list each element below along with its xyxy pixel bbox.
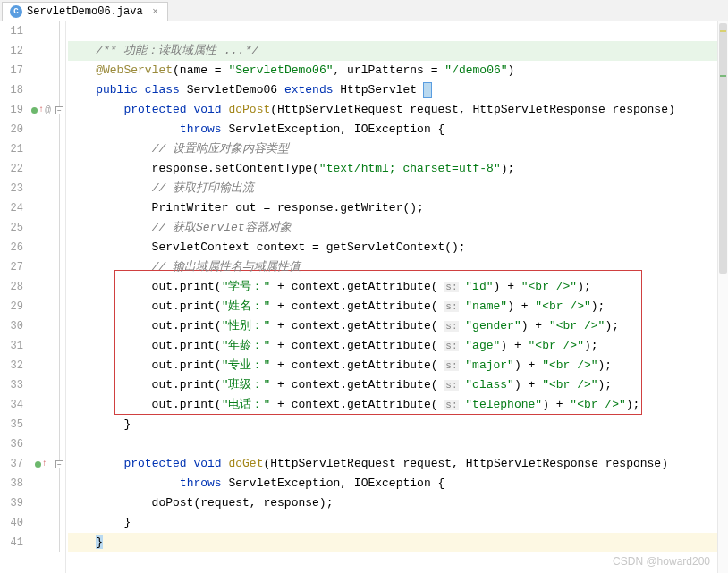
- code-line[interactable]: throws ServletException, IOException {: [68, 120, 728, 139]
- line-number: 30: [0, 316, 23, 336]
- fold-marker[interactable]: [54, 277, 65, 297]
- close-icon[interactable]: ×: [151, 7, 160, 16]
- code-line[interactable]: response.setContentType("text/html; char…: [68, 159, 728, 179]
- fold-marker[interactable]: [54, 238, 65, 257]
- line-number: 26: [0, 238, 23, 257]
- code-line[interactable]: // 输出域属性名与域属性值: [68, 257, 728, 277]
- fold-marker[interactable]: [54, 375, 65, 395]
- line-number: 11: [0, 21, 23, 41]
- gutter-marker: [29, 218, 54, 238]
- code-line[interactable]: protected void doGet(HttpServletRequest …: [68, 454, 728, 474]
- code-line[interactable]: [68, 21, 728, 41]
- code-line[interactable]: out.print("姓名：" + context.getAttribute( …: [68, 297, 728, 316]
- gutter-marker: [29, 533, 54, 552]
- gutter-marker: [29, 61, 54, 80]
- code-line[interactable]: @WebServlet(name = "ServletDemo06", urlP…: [68, 61, 728, 80]
- code-line[interactable]: out.print("专业：" + context.getAttribute( …: [68, 356, 728, 375]
- code-line[interactable]: doPost(request, response);: [68, 493, 728, 513]
- gutter-marker: [29, 80, 54, 100]
- vertical-scrollbar[interactable]: [717, 21, 728, 573]
- line-number-gutter: 1112171819202122232425262728293031323334…: [0, 21, 29, 573]
- fold-marker[interactable]: [54, 159, 65, 179]
- line-number: 18: [0, 80, 23, 100]
- code-line[interactable]: out.print("性别：" + context.getAttribute( …: [68, 316, 728, 336]
- fold-marker[interactable]: [54, 80, 65, 100]
- gutter-marker: [29, 41, 54, 61]
- gutter-marker: [29, 316, 54, 336]
- fold-marker[interactable]: [54, 41, 65, 61]
- code-line[interactable]: public class ServletDemo06 extends HttpS…: [68, 80, 728, 100]
- fold-marker[interactable]: [54, 21, 65, 41]
- watermark: CSDN @howard200: [613, 555, 710, 568]
- gutter-marker: [29, 395, 54, 415]
- gutter-marker: [29, 474, 54, 493]
- fold-marker[interactable]: −: [54, 454, 65, 474]
- fold-marker[interactable]: [54, 218, 65, 238]
- code-line[interactable]: protected void doPost(HttpServletRequest…: [68, 100, 728, 120]
- fold-marker[interactable]: [54, 297, 65, 316]
- gutter-marker: [29, 513, 54, 533]
- line-number: 28: [0, 277, 23, 297]
- gutter-marker: [29, 238, 54, 257]
- code-line[interactable]: // 获取Servlet容器对象: [68, 218, 728, 238]
- code-editor[interactable]: 1112171819202122232425262728293031323334…: [0, 21, 728, 573]
- tab-filename: ServletDemo06.java: [27, 5, 143, 18]
- code-line[interactable]: /** 功能：读取域属性 ...*/: [68, 41, 728, 61]
- code-line[interactable]: throws ServletException, IOException {: [68, 474, 728, 493]
- code-line[interactable]: ServletContext context = getServletConte…: [68, 238, 728, 257]
- fold-marker[interactable]: [54, 179, 65, 198]
- scrollbar-mark: [720, 30, 726, 32]
- scrollbar-mark: [720, 75, 726, 77]
- fold-marker[interactable]: [54, 513, 65, 533]
- fold-marker[interactable]: [54, 395, 65, 415]
- code-area[interactable]: /** 功能：读取域属性 ...*/ @WebServlet(name = "S…: [66, 21, 728, 573]
- fold-marker[interactable]: [54, 198, 65, 218]
- line-number: 34: [0, 395, 23, 415]
- code-line[interactable]: out.print("班级：" + context.getAttribute( …: [68, 375, 728, 395]
- line-number: 39: [0, 493, 23, 513]
- line-number: 22: [0, 159, 23, 179]
- fold-marker[interactable]: [54, 356, 65, 375]
- scrollbar-thumb[interactable]: [719, 23, 727, 274]
- gutter-marker: [29, 297, 54, 316]
- line-number: 37: [0, 454, 23, 474]
- code-line[interactable]: }: [68, 415, 728, 434]
- file-tab[interactable]: C ServletDemo06.java ×: [2, 2, 168, 21]
- line-number: 31: [0, 336, 23, 356]
- fold-marker[interactable]: [54, 434, 65, 454]
- fold-marker[interactable]: [54, 493, 65, 513]
- fold-marker[interactable]: [54, 474, 65, 493]
- gutter-marker: [29, 336, 54, 356]
- code-line[interactable]: PrintWriter out = response.getWriter();: [68, 198, 728, 218]
- fold-marker[interactable]: [54, 533, 65, 552]
- gutter-marker: [29, 434, 54, 454]
- gutter-marker: [29, 159, 54, 179]
- marker-column: ↑@↑: [29, 21, 54, 573]
- line-number: 17: [0, 61, 23, 80]
- line-number: 25: [0, 218, 23, 238]
- code-line[interactable]: [68, 434, 728, 454]
- code-line[interactable]: out.print("年龄：" + context.getAttribute( …: [68, 336, 728, 356]
- line-number: 21: [0, 139, 23, 159]
- code-line[interactable]: }: [68, 513, 728, 533]
- line-number: 38: [0, 474, 23, 493]
- fold-marker[interactable]: [54, 415, 65, 434]
- gutter-marker: [29, 257, 54, 277]
- line-number: 36: [0, 434, 23, 454]
- code-line[interactable]: out.print("学号：" + context.getAttribute( …: [68, 277, 728, 297]
- code-line[interactable]: out.print("电话：" + context.getAttribute( …: [68, 395, 728, 415]
- fold-marker[interactable]: [54, 257, 65, 277]
- code-line[interactable]: // 获取打印输出流: [68, 179, 728, 198]
- code-line[interactable]: // 设置响应对象内容类型: [68, 139, 728, 159]
- fold-marker[interactable]: [54, 61, 65, 80]
- fold-marker[interactable]: [54, 120, 65, 139]
- line-number: 12: [0, 41, 23, 61]
- fold-marker[interactable]: −: [54, 100, 65, 120]
- gutter-marker: [29, 139, 54, 159]
- fold-marker[interactable]: [54, 139, 65, 159]
- gutter-marker: [29, 415, 54, 434]
- code-line[interactable]: }: [68, 533, 728, 552]
- line-number: 41: [0, 533, 23, 552]
- fold-marker[interactable]: [54, 336, 65, 356]
- fold-marker[interactable]: [54, 316, 65, 336]
